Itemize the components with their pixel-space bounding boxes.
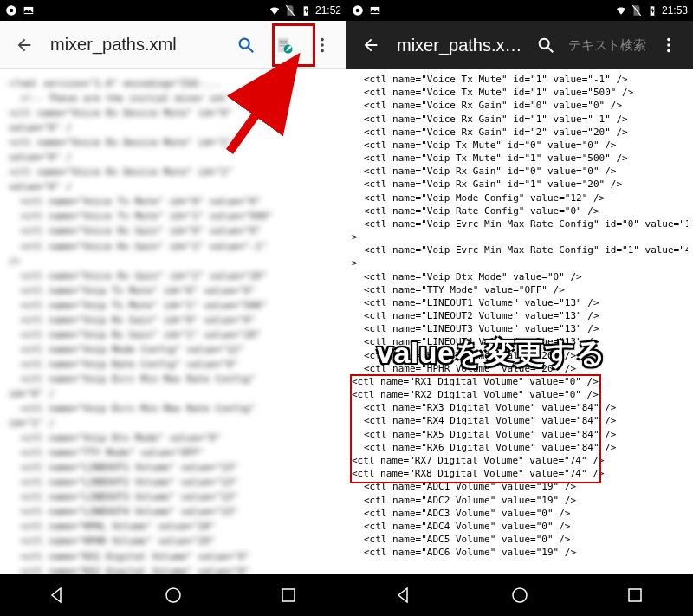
code-line[interactable]: <ctl name="ADC6 Volume" value="19" /> [352, 546, 688, 559]
code-line[interactable]: <ctl name="TTY Mode" value="OFF" /> [352, 283, 688, 296]
status-time: 21:53 [662, 4, 688, 16]
right-screenshot: 21:53 mixer_paths.x… テキスト検索 <ctl name="V… [346, 0, 693, 616]
app-notif-icon [352, 4, 364, 16]
svg-rect-5 [280, 42, 288, 43]
svg-point-2 [240, 38, 249, 48]
code-line[interactable]: <ctl name="Voip Tx Mute" id="1" value="5… [352, 152, 688, 165]
code-line[interactable]: <ctl name="RX7 Digital Volume" value="74… [352, 454, 688, 467]
svg-rect-6 [280, 45, 285, 46]
search-button[interactable] [227, 26, 265, 64]
code-line[interactable]: <ctl name="LINEOUT1 Volume" value="13" /… [352, 296, 688, 309]
svg-point-11 [166, 588, 180, 602]
nav-home[interactable] [509, 585, 530, 606]
nav-back[interactable] [394, 585, 415, 606]
svg-point-18 [667, 49, 670, 53]
back-button[interactable] [5, 26, 43, 64]
code-line[interactable]: <ctl name="Voice Rx Gain" id="2" value="… [352, 126, 688, 139]
battery-charging-icon [300, 4, 312, 16]
code-line[interactable]: <ctl name="Voip Mode Config" value="12" … [352, 191, 688, 204]
code-line[interactable]: <ctl name="HPHR Volume" value="20" /> [352, 362, 688, 375]
overflow-menu-button[interactable] [303, 26, 341, 64]
photos-notif-icon [369, 4, 381, 16]
code-line[interactable]: <ctl name="LINEOUT4 Volume" value="13" /… [352, 335, 688, 348]
code-line[interactable]: <ctl name="Voice Rx Gain" id="1" value="… [352, 113, 688, 126]
app-bar: mixer_paths.xml [0, 21, 346, 69]
code-line[interactable]: <ctl name="RX8 Digital Volume" value="74… [352, 467, 688, 480]
search-placeholder[interactable]: テキスト検索 [565, 37, 650, 54]
status-time: 21:52 [315, 4, 341, 16]
svg-point-8 [321, 37, 324, 41]
svg-point-14 [356, 9, 360, 13]
svg-point-16 [667, 38, 670, 42]
status-bar: 21:53 [346, 0, 693, 21]
nav-back[interactable] [48, 585, 68, 606]
nav-bar [0, 574, 346, 616]
code-line[interactable]: <ctl name="Voice Tx Mute" id="1" value="… [352, 86, 688, 99]
app-notif-icon [5, 4, 17, 16]
code-line[interactable]: > [352, 256, 688, 269]
nav-home[interactable] [163, 585, 184, 606]
code-line[interactable]: <ctl name="RX3 Digital Volume" value="84… [352, 401, 688, 414]
edit-button[interactable] [265, 26, 303, 64]
code-line[interactable]: <ctl name="Voice Rx Gain" id="0" value="… [352, 99, 688, 112]
wifi-icon [615, 4, 627, 16]
code-line[interactable]: <ctl name="HPHL Volume" value="20" /> [352, 349, 688, 362]
svg-point-9 [321, 43, 324, 47]
code-line[interactable]: <ctl name="Voice Tx Mute" id="1" value="… [352, 73, 688, 86]
file-content[interactable]: <ctl name="Voice Tx Mute" id="1" value="… [346, 69, 693, 574]
no-sim-icon [284, 4, 296, 16]
code-line[interactable]: <ctl name="ADC5 Volume" value="0" /> [352, 533, 688, 546]
code-line[interactable]: <ctl name="RX4 Digital Volume" value="84… [352, 414, 688, 427]
code-line[interactable]: <ctl name="ADC1 Volume" value="19" /> [352, 480, 688, 493]
code-line[interactable]: <ctl name="LINEOUT3 Volume" value="13" /… [352, 322, 688, 335]
svg-point-17 [667, 43, 670, 47]
svg-rect-20 [629, 589, 641, 601]
blurred-code: <?xml version="1.0" encoding="ISO-... <!… [0, 69, 346, 574]
file-content-blurred: <?xml version="1.0" encoding="ISO-... <!… [0, 69, 346, 574]
code-line[interactable]: <ctl name="ADC4 Volume" value="0" /> [352, 520, 688, 533]
app-bar: mixer_paths.x… テキスト検索 [346, 21, 693, 69]
code-line[interactable]: <ctl name="Voip Evrc Min Max Rate Config… [352, 243, 688, 256]
page-title: mixer_paths.xml [43, 35, 227, 55]
status-bar: 21:52 [0, 0, 346, 21]
search-button[interactable] [527, 26, 565, 64]
code-line[interactable]: <ctl name="ADC2 Volume" value="19" /> [352, 494, 688, 507]
code-line[interactable]: <ctl name="RX6 Digital Volume" value="84… [352, 441, 688, 454]
code-line[interactable]: <ctl name="ADC3 Volume" value="0" /> [352, 507, 688, 520]
wifi-icon [269, 4, 281, 16]
svg-point-19 [513, 588, 527, 602]
svg-point-15 [540, 39, 549, 49]
svg-point-10 [321, 49, 324, 52]
photos-notif-icon [23, 4, 35, 16]
battery-charging-icon [646, 4, 658, 16]
code-line[interactable]: <ctl name="Voip Dtx Mode" value="0" /> [352, 270, 688, 283]
back-button[interactable] [352, 26, 390, 64]
overflow-menu-button[interactable] [650, 26, 688, 64]
nav-recent[interactable] [278, 585, 299, 606]
svg-point-1 [10, 9, 14, 13]
code-line[interactable]: <ctl name="Voip Evrc Min Max Rate Config… [352, 217, 688, 230]
code-line[interactable]: <ctl name="Voip Rx Gain" id="1" value="2… [352, 178, 688, 191]
page-title: mixer_paths.x… [390, 36, 527, 55]
code-line[interactable]: <ctl name="Voip Rate Config" value="0" /… [352, 204, 688, 217]
code-line[interactable]: <ctl name="RX5 Digital Volume" value="84… [352, 428, 688, 441]
left-screenshot: 21:52 mixer_paths.xml <?xml version="1.0… [0, 0, 346, 616]
nav-bar [346, 574, 693, 616]
svg-rect-12 [282, 589, 295, 601]
svg-rect-4 [280, 40, 288, 41]
code-line[interactable]: <ctl name="LINEOUT2 Volume" value="13" /… [352, 309, 688, 322]
code-line[interactable]: <ctl name="Voip Tx Mute" id="0" value="0… [352, 139, 688, 152]
code-line[interactable]: <ctl name="RX2 Digital Volume" value="0"… [352, 388, 688, 401]
no-sim-icon [631, 4, 643, 16]
code-line[interactable]: > [352, 230, 688, 243]
code-line[interactable]: <ctl name="RX1 Digital Volume" value="0"… [352, 375, 688, 388]
code-line[interactable]: <ctl name="Voip Rx Gain" id="0" value="0… [352, 165, 688, 178]
nav-recent[interactable] [625, 585, 645, 606]
